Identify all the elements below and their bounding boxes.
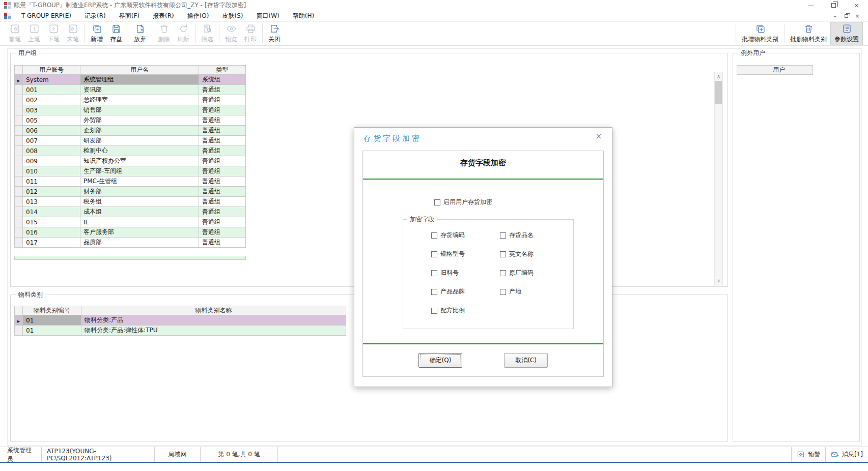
row-selector[interactable] [15, 156, 23, 166]
column-header-username[interactable]: 用户名 [80, 66, 199, 75]
enable-encryption-checkbox[interactable]: 启用用户存货加密 [434, 198, 492, 207]
mdi-minimize-button[interactable]: – [829, 13, 841, 19]
user-group-row[interactable]: 003 销售部 普通组 [15, 105, 246, 115]
cell-username[interactable]: 品质部 [80, 238, 199, 248]
row-selector[interactable] [15, 238, 23, 248]
add-button[interactable]: 新增 [87, 22, 106, 45]
user-group-row[interactable]: 005 外贸部 普通组 [15, 115, 246, 126]
cell-username[interactable]: 企划部 [80, 126, 199, 136]
cell-type[interactable]: 普通组 [199, 207, 246, 217]
field-checkbox[interactable]: 存货品名 [500, 231, 569, 240]
vertical-scrollbar[interactable]: ∧ ∨ [714, 72, 723, 285]
parameter-settings-button[interactable]: 参数设置 [830, 22, 863, 45]
scroll-thumb[interactable] [715, 81, 722, 104]
user-group-row[interactable]: 017 品质部 普通组 [15, 238, 246, 248]
refresh-button[interactable]: 刷新 [174, 22, 193, 45]
nav-first-button[interactable]: 首笔 [5, 22, 24, 45]
menu-item[interactable]: 窗口(W) [249, 12, 286, 20]
preview-button[interactable]: 预览 [221, 22, 241, 45]
close-form-button[interactable]: 关闭 [265, 22, 284, 45]
cell-username[interactable]: IE [80, 217, 199, 227]
column-header-category-name[interactable]: 物料类别名称 [81, 306, 346, 315]
user-group-row[interactable]: 014 成本组 普通组 [15, 207, 246, 217]
cell-account[interactable]: 001 [23, 85, 80, 95]
cell-account[interactable]: 012 [23, 187, 80, 197]
row-selector[interactable] [15, 146, 23, 156]
cell-account[interactable]: 010 [23, 166, 80, 176]
cell-account[interactable]: 003 [23, 105, 80, 115]
user-group-row[interactable]: 006 企划部 普通组 [15, 126, 246, 136]
cell-type[interactable]: 普通组 [199, 187, 246, 197]
cell-type[interactable]: 普通组 [199, 176, 246, 187]
user-group-row[interactable]: 002 总经理室 普通组 [15, 95, 246, 105]
field-checkbox[interactable]: 产品品牌 [431, 287, 500, 296]
row-selector[interactable] [15, 166, 23, 176]
cell-type[interactable]: 普通组 [199, 85, 246, 95]
user-group-row[interactable]: System 系统管理组 系统组 [15, 75, 246, 85]
cell-username[interactable]: 检测中心 [80, 146, 199, 156]
scroll-up-icon[interactable]: ∧ [715, 72, 722, 80]
cell-type[interactable]: 普通组 [199, 146, 246, 156]
cell-type[interactable]: 普通组 [199, 238, 246, 248]
cell-account[interactable]: 008 [23, 146, 80, 156]
ok-button[interactable]: 确定(Q) [418, 353, 462, 368]
cell-account[interactable]: 007 [23, 136, 80, 146]
filter-button[interactable]: 筛选 [198, 22, 217, 45]
cell-account[interactable]: System [23, 75, 80, 85]
mdi-close-button[interactable]: × [852, 13, 863, 19]
row-selector[interactable] [15, 217, 23, 227]
cell-username[interactable]: 资讯部 [80, 85, 199, 95]
column-header-type[interactable]: 类型 [199, 66, 246, 75]
user-group-row[interactable]: 008 检测中心 普通组 [15, 146, 246, 156]
cell-username[interactable]: 财务部 [80, 187, 199, 197]
cell-account[interactable]: 006 [23, 126, 80, 136]
user-group-row[interactable]: 010 生产部-车间组 普通组 [15, 166, 246, 176]
discard-button[interactable]: 放弃 [130, 22, 150, 45]
menu-item[interactable]: 记录(R) [78, 12, 113, 20]
cell-type[interactable]: 普通组 [199, 126, 246, 136]
cell-type[interactable]: 普通组 [199, 197, 246, 207]
close-button[interactable]: × [845, 0, 868, 10]
field-checkbox[interactable]: 产地 [500, 287, 569, 296]
column-header-account[interactable]: 用户账号 [23, 66, 80, 75]
menu-item-app[interactable]: T-GROUP ERP(E) [15, 12, 78, 19]
row-selector[interactable] [15, 187, 23, 197]
cell-type[interactable]: 普通组 [199, 95, 246, 105]
cell-type[interactable]: 普通组 [199, 156, 246, 166]
user-group-row[interactable]: 015 IE 普通组 [15, 217, 246, 227]
cell-account[interactable]: 016 [23, 227, 80, 238]
cell-category-code[interactable]: 01 [23, 315, 81, 326]
field-checkbox[interactable]: 规格型号 [431, 250, 500, 258]
cell-username[interactable]: 研发部 [80, 136, 199, 146]
cell-type[interactable]: 普通组 [199, 115, 246, 126]
cell-category-name[interactable]: 物料分类:产品 [81, 315, 346, 326]
cell-username[interactable]: 外贸部 [80, 115, 199, 126]
user-group-row[interactable]: 013 税务组 普通组 [15, 197, 246, 207]
row-selector[interactable] [15, 105, 23, 115]
cell-type[interactable]: 普通组 [199, 217, 246, 227]
cell-username[interactable]: 成本组 [80, 207, 199, 217]
row-selector[interactable] [15, 227, 23, 238]
nav-last-button[interactable]: 末笔 [63, 22, 82, 45]
cell-account[interactable]: 002 [23, 95, 80, 105]
menu-item[interactable]: 帮助(H) [286, 12, 321, 20]
cell-username[interactable]: 生产部-车间组 [80, 166, 199, 176]
user-group-row[interactable]: 007 研发部 普通组 [15, 136, 246, 146]
row-selector[interactable] [15, 75, 23, 85]
cell-account[interactable]: 015 [23, 217, 80, 227]
cell-account[interactable]: 011 [23, 176, 80, 187]
cell-username[interactable]: 总经理室 [80, 95, 199, 105]
row-selector[interactable] [15, 176, 23, 187]
dialog-close-button[interactable]: × [594, 132, 604, 141]
row-selector[interactable] [15, 115, 23, 126]
cell-account[interactable]: 009 [23, 156, 80, 166]
row-selector[interactable] [15, 315, 23, 326]
row-selector[interactable] [15, 85, 23, 95]
row-selector[interactable] [15, 197, 23, 207]
user-group-row[interactable]: 012 财务部 普通组 [15, 187, 246, 197]
minimize-button[interactable]: — [799, 0, 822, 10]
row-selector[interactable] [15, 126, 23, 136]
cancel-button[interactable]: 取消(C) [504, 353, 548, 368]
user-group-row[interactable]: 016 客户服务部 普通组 [15, 227, 246, 238]
menu-item[interactable]: 报表(R) [146, 12, 181, 20]
